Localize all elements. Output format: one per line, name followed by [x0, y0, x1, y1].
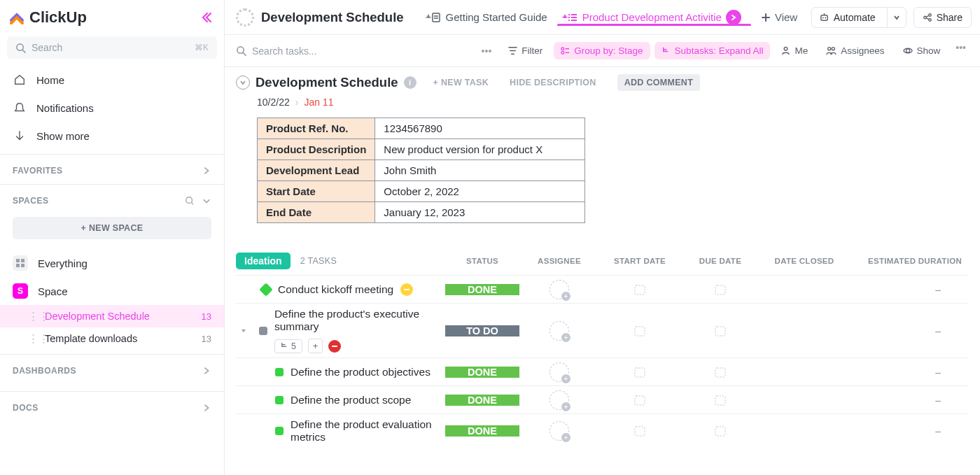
list-template-downloads[interactable]: ⋮⋮ Template downloads 13 [0, 327, 224, 350]
group-name[interactable]: Ideation [236, 253, 290, 269]
duration-cell[interactable]: – [850, 325, 969, 336]
duration-cell[interactable]: – [850, 425, 969, 437]
task-row[interactable]: Define the product scope DONE – [236, 385, 969, 413]
assignee-cell[interactable] [521, 321, 598, 341]
chevron-right-icon [202, 366, 211, 376]
search-icon[interactable] [185, 196, 195, 206]
expand-toggle[interactable] [236, 327, 252, 334]
svg-rect-37 [635, 285, 645, 295]
search-icon [236, 45, 246, 56]
list-title[interactable]: Development Schedule [261, 10, 404, 25]
due-date-cell[interactable] [682, 365, 759, 379]
filter-button[interactable]: Filter [501, 42, 550, 59]
toolbar-more-icon[interactable]: ••• [951, 42, 969, 59]
status-badge[interactable]: TO DO [445, 325, 519, 336]
assignee-cell[interactable] [521, 390, 598, 410]
svg-rect-42 [635, 368, 645, 377]
blocked-icon[interactable] [328, 340, 341, 353]
dashboards-section[interactable]: DASHBOARDS [0, 355, 224, 387]
subtasks-button[interactable]: Subtasks: Expand All [654, 42, 771, 59]
share-button[interactable]: Share [913, 7, 972, 28]
chevron-down-icon[interactable] [202, 196, 211, 206]
status-badge[interactable]: DONE [445, 425, 519, 437]
task-title: Define the product evaluation metrics [290, 418, 444, 444]
info-icon[interactable]: i [404, 76, 416, 89]
task-row[interactable]: Define the product evaluation metrics DO… [236, 413, 969, 448]
new-task-button[interactable]: + NEW TASK [433, 78, 489, 87]
assignee-cell[interactable] [521, 362, 598, 382]
subtask-count[interactable]: 5 [274, 339, 302, 353]
svg-point-21 [923, 16, 926, 19]
task-row[interactable]: Conduct kickoff meeting DONE – [236, 275, 969, 303]
new-space-button[interactable]: + NEW SPACE [13, 217, 211, 239]
hide-description-button[interactable]: HIDE DESCRIPTION [510, 78, 596, 87]
duration-cell[interactable]: – [850, 395, 969, 406]
col-assignee: ASSIGNEE [521, 257, 598, 265]
page-dates: 10/2/22 › Jan 11 [236, 91, 969, 118]
assignee-cell[interactable] [521, 421, 598, 441]
svg-rect-43 [715, 368, 725, 377]
me-button[interactable]: Me [774, 42, 815, 59]
info-key: Product Ref. No. [258, 118, 375, 139]
add-subtask-button[interactable]: + [308, 339, 323, 353]
duration-cell[interactable]: – [850, 284, 969, 295]
group-count: 2 TASKS [300, 256, 337, 266]
list-status-icon[interactable] [236, 8, 254, 27]
space-row[interactable]: S Space [0, 277, 224, 305]
due-date[interactable]: Jan 11 [304, 97, 333, 108]
spaces-section: SPACES [0, 185, 224, 210]
list-development-schedule[interactable]: ⋮⋮ Development Schedule 13 [0, 305, 224, 327]
assignee-placeholder-icon [550, 280, 569, 299]
sidebar-collapse-button[interactable] [199, 10, 213, 24]
start-date-cell[interactable] [598, 324, 682, 338]
tab-action-icon[interactable] [726, 10, 741, 25]
show-button[interactable]: Show [896, 42, 948, 59]
start-date[interactable]: 10/2/22 [257, 97, 290, 108]
more-icon[interactable]: ••• [479, 45, 495, 57]
svg-rect-4 [16, 259, 20, 262]
priority-icon[interactable] [400, 283, 413, 296]
chevron-right-icon [202, 166, 211, 176]
due-date-cell[interactable] [682, 324, 759, 338]
tab-product-dev-activities[interactable]: Product Development Activitie [557, 10, 751, 25]
svg-line-3 [192, 203, 194, 205]
logo[interactable]: ClickUp [8, 8, 87, 27]
task-row[interactable]: Define the product's executive summary 5… [236, 303, 969, 357]
svg-point-18 [822, 17, 823, 19]
due-date-cell[interactable] [682, 283, 759, 297]
group-by-button[interactable]: Group by: Stage [554, 42, 650, 59]
nav-home[interactable]: Home [0, 66, 224, 94]
status-badge[interactable]: DONE [445, 367, 519, 378]
calendar-icon [713, 324, 727, 338]
start-date-cell[interactable] [598, 283, 682, 297]
tab-getting-started[interactable]: Getting Started Guide [421, 10, 557, 25]
assignees-button[interactable]: Assignees [819, 42, 891, 59]
col-start-date: START DATE [598, 257, 682, 265]
automate-button[interactable]: Automate [811, 7, 906, 28]
collapse-icon[interactable] [236, 76, 250, 90]
nav-show-more[interactable]: Show more [0, 122, 224, 150]
status-badge[interactable]: DONE [445, 284, 519, 295]
start-date-cell[interactable] [598, 393, 682, 407]
due-date-cell[interactable] [682, 424, 759, 438]
sidebar-search-placeholder: Search [31, 42, 195, 53]
everything-space[interactable]: Everything [0, 249, 224, 277]
start-date-cell[interactable] [598, 365, 682, 379]
nav-notifications[interactable]: Notifications [0, 94, 224, 122]
start-date-cell[interactable] [598, 424, 682, 438]
svg-point-28 [561, 48, 564, 50]
home-icon [13, 73, 27, 86]
task-search[interactable]: Search tasks... [236, 45, 472, 57]
favorites-section[interactable]: FAVORITES [0, 155, 224, 180]
assignee-cell[interactable] [521, 280, 598, 299]
status-badge[interactable]: DONE [445, 395, 519, 406]
due-date-cell[interactable] [682, 393, 759, 407]
sidebar-search[interactable]: Search ⌘K [7, 36, 217, 59]
automate-dropdown[interactable] [887, 8, 906, 27]
task-row[interactable]: Define the product objectives DONE – [236, 357, 969, 385]
add-comment-button[interactable]: ADD COMMENT [617, 74, 700, 91]
docs-section[interactable]: DOCS [0, 392, 224, 424]
calendar-icon [633, 424, 647, 438]
duration-cell[interactable]: – [850, 367, 969, 378]
add-view-button[interactable]: View [751, 10, 807, 25]
